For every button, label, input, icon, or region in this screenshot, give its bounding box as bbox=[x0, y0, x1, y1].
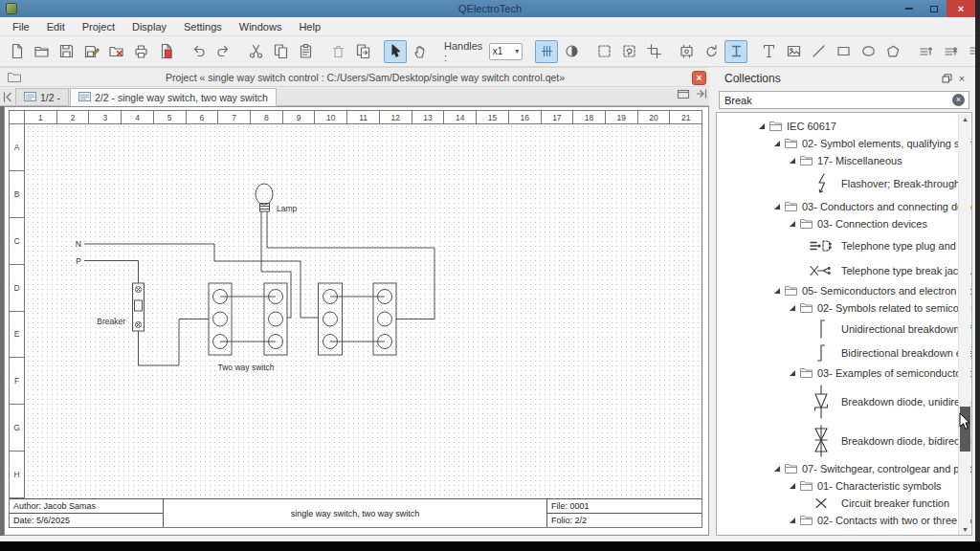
tab-label: 2/2 - single way switch, two way switch bbox=[95, 92, 268, 103]
tree-item-telephone-type-plug-and-j[interactable]: Telephone type plug and j... bbox=[717, 232, 971, 259]
tree-item-breakdown-diode-unidirectio[interactable]: Breakdown diode, unidirectio... bbox=[717, 382, 971, 422]
select-arrow-button[interactable] bbox=[384, 40, 407, 63]
ruler-row-c: C bbox=[10, 218, 24, 265]
expand-arrow-icon[interactable] bbox=[790, 483, 795, 489]
project-close-button[interactable]: × bbox=[692, 71, 706, 85]
folio-list-icon[interactable] bbox=[677, 86, 690, 103]
add-line-button[interactable] bbox=[807, 40, 830, 63]
qelectrotech-window: QElectroTech × FileEditProjectDisplaySet… bbox=[0, 0, 980, 551]
expand-arrow-icon[interactable] bbox=[790, 158, 795, 164]
cut-button[interactable] bbox=[244, 40, 267, 63]
contrast-button[interactable] bbox=[560, 40, 583, 63]
add-rectangle-button[interactable] bbox=[832, 40, 855, 63]
rotate-selection-button[interactable] bbox=[617, 40, 640, 63]
tab-scroll-right-button[interactable] bbox=[696, 86, 707, 103]
ruler-column-9: 9 bbox=[283, 111, 316, 123]
menu-display[interactable]: Display bbox=[123, 17, 175, 36]
rotate-arrow-button[interactable] bbox=[700, 40, 723, 63]
file-new-button[interactable] bbox=[5, 40, 28, 63]
tab-scroll-left-button[interactable] bbox=[0, 89, 15, 105]
close-panel-icon[interactable]: × bbox=[954, 71, 969, 86]
expand-arrow-icon[interactable] bbox=[774, 288, 780, 294]
tree-item-02-contacts-with-two-or-three-posit[interactable]: 02- Contacts with two or three posit... bbox=[717, 512, 971, 529]
tree-item-17-miscellaneous[interactable]: 17- Miscellaneous bbox=[717, 152, 971, 169]
ruler-row-a: A bbox=[10, 124, 24, 171]
copy-button[interactable] bbox=[269, 40, 292, 63]
tree-item-03-connection-devices[interactable]: 03- Connection devices bbox=[717, 215, 971, 232]
tree-item-02-symbol-elements-qualifying-symbol[interactable]: 02- Symbol elements, qualifying symbol..… bbox=[717, 135, 971, 152]
contrast-icon bbox=[564, 43, 580, 59]
tree-scrollbar[interactable]: ▲ ▼ bbox=[958, 114, 970, 536]
expand-arrow-icon[interactable] bbox=[759, 123, 765, 129]
close-file-button[interactable] bbox=[104, 40, 127, 63]
folder-icon bbox=[800, 477, 813, 495]
folder-open-button[interactable] bbox=[30, 40, 53, 63]
add-image-button[interactable] bbox=[782, 40, 805, 63]
tree-item-unidirectional-breakdown-effect[interactable]: Unidirectional breakdown effect; ... bbox=[717, 317, 971, 342]
menu-edit[interactable]: Edit bbox=[38, 17, 74, 36]
menu-file[interactable]: File bbox=[4, 17, 38, 36]
tree-item-03-examples-of-semiconductor-dio[interactable]: 03- Examples of semiconductor dio... bbox=[717, 364, 971, 382]
close-button[interactable]: × bbox=[947, 0, 975, 17]
raise-forward-button[interactable] bbox=[914, 40, 937, 63]
tree-item-07-switchgear-controlgear-and-protect[interactable]: 07- Switchgear, controlgear and protect.… bbox=[717, 460, 971, 477]
pan-hand-button[interactable] bbox=[409, 40, 432, 63]
expand-arrow-icon[interactable] bbox=[790, 305, 795, 311]
minimize-button[interactable] bbox=[897, 0, 922, 17]
menu-project[interactable]: Project bbox=[74, 17, 123, 36]
tree-item-telephone-type-break-jack[interactable]: Telephone type break jack... bbox=[717, 259, 971, 282]
export-red-button[interactable] bbox=[154, 40, 177, 63]
save-as-button[interactable] bbox=[79, 40, 102, 63]
tree-item-05-semiconductors-and-electron-tubes[interactable]: 05- Semiconductors and electron tubes bbox=[717, 282, 971, 299]
folio-paper: 123456789101112131415161718192021 ABCDEF… bbox=[9, 110, 702, 528]
expand-arrow-icon[interactable] bbox=[790, 370, 795, 376]
collections-search: × bbox=[719, 91, 969, 109]
expand-arrow-icon[interactable] bbox=[774, 204, 780, 209]
tree-item-breakdown-diode-bidirectional[interactable]: Breakdown diode, bidirectional bbox=[717, 422, 971, 460]
menu-windows[interactable]: Windows bbox=[231, 17, 291, 36]
redo-button[interactable] bbox=[212, 40, 234, 63]
expand-arrow-icon[interactable] bbox=[790, 221, 795, 227]
tree-item-circuit-breaker-function[interactable]: Circuit breaker function bbox=[717, 495, 971, 512]
float-panel-icon[interactable] bbox=[939, 71, 954, 86]
tree-item-flashover-break-through[interactable]: Flashover; Break-through bbox=[717, 169, 971, 198]
paste-special-button[interactable] bbox=[351, 40, 374, 63]
expand-arrow-icon[interactable] bbox=[790, 518, 795, 523]
scroll-down-icon[interactable]: ▼ bbox=[959, 524, 971, 536]
undo-button[interactable] bbox=[187, 40, 210, 63]
expand-arrow-icon[interactable] bbox=[774, 141, 780, 146]
menu-help[interactable]: Help bbox=[290, 17, 329, 36]
crop-frame-button[interactable] bbox=[642, 40, 665, 63]
handles-select[interactable]: x1▾ bbox=[489, 43, 523, 60]
search-input[interactable] bbox=[720, 95, 952, 106]
ruler-row-g: G bbox=[10, 405, 24, 452]
grid-button[interactable] bbox=[535, 40, 558, 63]
add-text-button[interactable] bbox=[757, 40, 780, 63]
save-button[interactable] bbox=[55, 40, 78, 63]
paste-button[interactable] bbox=[294, 40, 317, 63]
tree-item-01-characteristic-symbols[interactable]: 01- Characteristic symbols bbox=[717, 477, 971, 495]
expand-arrow-icon[interactable] bbox=[774, 466, 780, 472]
raise-top-button[interactable] bbox=[939, 40, 962, 63]
tab-1-2[interactable]: 1/2 - bbox=[15, 88, 69, 105]
menu-settings[interactable]: Settings bbox=[175, 17, 231, 36]
delete-button[interactable] bbox=[326, 40, 349, 63]
tree-item-bidirectional-breakdown-effect[interactable]: Bidirectional breakdown effect bbox=[717, 342, 971, 364]
scroll-up-icon[interactable]: ▲ bbox=[959, 114, 971, 125]
element-editor-button[interactable] bbox=[675, 40, 698, 63]
add-polygon-button[interactable] bbox=[881, 40, 904, 63]
title-bar: QElectroTech × bbox=[0, 0, 980, 17]
ruler-row-b: B bbox=[10, 171, 24, 218]
tab-2-2-single-way-switch-two-way-switch[interactable]: 2/2 - single way switch, two way switch bbox=[70, 88, 277, 106]
tree-item-03-conductors-and-connecting-devices[interactable]: 03- Conductors and connecting devices bbox=[717, 198, 971, 215]
add-ellipse-button[interactable] bbox=[857, 40, 880, 63]
selection-dashed-button[interactable] bbox=[592, 40, 615, 63]
clear-search-button[interactable]: × bbox=[952, 94, 965, 106]
add-terminal-button[interactable] bbox=[724, 40, 747, 63]
tree-item-02-symbols-related-to-semiconduct[interactable]: 02- Symbols related to semiconduct... bbox=[717, 299, 971, 317]
tree-item-iec-60617[interactable]: IEC 60617 bbox=[717, 118, 971, 135]
print-button[interactable] bbox=[129, 40, 152, 63]
diagram-canvas[interactable]: 123456789101112131415161718192021 ABCDEF… bbox=[4, 106, 709, 536]
title-block-file: File: 0001 bbox=[547, 499, 702, 514]
maximize-button[interactable] bbox=[922, 0, 947, 17]
